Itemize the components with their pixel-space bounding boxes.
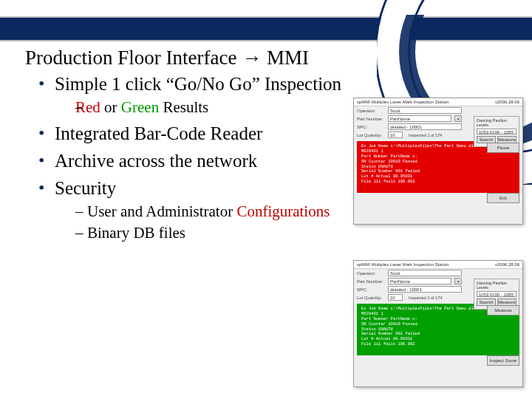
dropdown-icon (454, 278, 462, 284)
bullet-security: Security User and Administrator Configur… (38, 177, 356, 243)
subbullet-red-green: Red or Green Results (75, 98, 356, 117)
post-word: Results (159, 98, 208, 116)
mid-word: or (100, 98, 121, 116)
bullet-text: Simple 1 click “Go/No Go” Inspection (55, 74, 341, 94)
box-field: 1053.0100 - 1085 (477, 291, 516, 297)
fld-part: PartName (388, 115, 451, 122)
fld-spc: detailed - 10001 (388, 286, 462, 293)
sub-em: Configurations (236, 202, 330, 220)
box-field: 1053.0100 - 1085 (477, 129, 516, 134)
progress-text: Inspected 1 of 174 (406, 296, 442, 300)
thumb-version: v2006.28.06 (495, 100, 519, 104)
sub-pre: User and Administrator (87, 202, 236, 220)
screenshot-red: spMMI Multiplex Laser Mark Inspection St… (353, 98, 523, 225)
subbullet-binary: Binary DB files (75, 223, 356, 243)
title-part-b: MMI (262, 47, 309, 69)
subbullet-configs: User and Administrator Configurations (75, 202, 356, 222)
thumb-title: spMMI Multiplex Laser Mark Inspection St… (357, 100, 449, 104)
bullet-barcode: Integrated Bar-Code Reader (38, 122, 356, 145)
lbl-operator: Operator: (357, 109, 385, 113)
thumb-version: v2006.28.06 (495, 262, 519, 267)
lbl-spc: SPC: (357, 125, 385, 129)
green-word: Green (121, 98, 159, 116)
lbl-part: Part Number: (357, 117, 385, 121)
lbl-operator: Operator: (357, 271, 385, 276)
fld-part: PartName (388, 278, 451, 284)
thumb-title: spMMI Multiplex Laser Mark Inspection St… (357, 262, 449, 267)
fld-qty: 10 (388, 294, 403, 301)
red-word: Red (75, 98, 100, 116)
box-title: Dancing Pavilion Levels (477, 281, 516, 290)
lbl-part: Part Number: (357, 279, 385, 284)
lbl-spc: SPC: (357, 287, 385, 292)
progress-text: Inspected 1 of 174 (406, 133, 442, 137)
bullet-go-nogo: Simple 1 click “Go/No Go” Inspection Red… (38, 72, 356, 117)
lbl-qty: Lot Quantity: (357, 133, 385, 137)
btn-pause: Pause (487, 143, 519, 153)
title-part-a: Production Floor Interface (25, 47, 242, 69)
fld-spc: detailed - 10001 (388, 123, 462, 130)
box-title: Dancing Pavilion Levels (477, 118, 516, 127)
slide-title: Production Floor Interface → MMI (25, 46, 513, 69)
fld-operator: Scott (388, 107, 462, 114)
btn-inspect: Inspect Some (487, 355, 519, 366)
fld-operator: Scott (388, 270, 462, 276)
btn-exit: Exit (487, 193, 519, 203)
lbl-qty: Lot Quantity: (357, 296, 385, 300)
dropdown-icon (454, 115, 462, 122)
btn-measure2: Measure (487, 305, 519, 316)
fld-qty: 10 (388, 132, 403, 138)
screenshot-green: spMMI Multiplex Laser Mark Inspection St… (353, 260, 523, 387)
bullet-text: Security (55, 178, 116, 198)
arrow-icon: → (242, 47, 262, 69)
